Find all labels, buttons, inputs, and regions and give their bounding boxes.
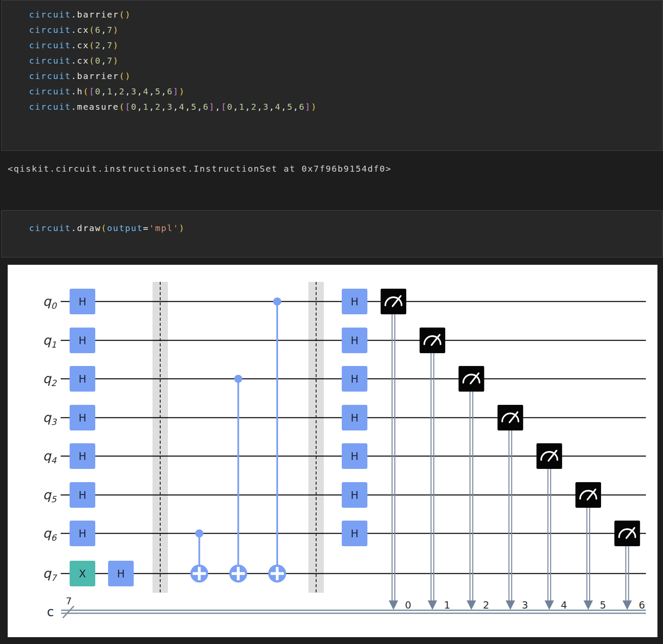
code-line: circuit.cx(0,7): [29, 53, 662, 68]
code-editor-1[interactable]: circuit.barrier()circuit.cx(6,7)circuit.…: [2, 0, 662, 114]
svg-text:H: H: [79, 335, 86, 347]
clbit-index-label: 5: [600, 600, 606, 611]
gate-column-1: HHHHHHHX: [70, 289, 95, 586]
qubit-label: q7: [43, 566, 57, 583]
code-line: circuit.barrier(): [29, 7, 662, 22]
creg-label: c: [47, 604, 54, 619]
svg-text:H: H: [79, 296, 86, 308]
clbit-index-label: 2: [483, 600, 489, 611]
code-line: circuit.h([0,1,2,3,4,5,6]): [29, 84, 662, 99]
svg-text:H: H: [351, 528, 358, 540]
cx-control-dot: [273, 298, 281, 306]
svg-text:H: H: [79, 412, 86, 424]
clbit-index-label: 3: [522, 600, 528, 611]
execution-result-text: <qiskit.circuit.instructionset.Instructi…: [8, 161, 392, 176]
svg-text:H: H: [351, 451, 358, 463]
qubit-label: q6: [43, 526, 57, 543]
cx-control-dot: [195, 530, 203, 538]
cx-control-dot: [234, 375, 242, 383]
measure-arrow: [545, 600, 554, 610]
measure-box: [381, 289, 406, 314]
measure-box: [537, 443, 562, 469]
code-line: circuit.cx(2,7): [29, 38, 662, 53]
svg-text:H: H: [351, 412, 358, 424]
clbit-index-label: 0: [405, 600, 411, 611]
clbit-index-label: 6: [639, 600, 645, 611]
creg-size-label: 7: [66, 596, 72, 606]
svg-text:H: H: [351, 489, 358, 501]
measure-box: [575, 482, 601, 508]
measure-arrow: [466, 600, 476, 610]
measure-arrow: [584, 600, 593, 610]
code-line: circuit.cx(6,7): [29, 22, 662, 38]
qubit-label: q3: [43, 410, 57, 427]
measure-box: [420, 328, 445, 353]
measure-arrow: [428, 600, 437, 610]
svg-text:H: H: [117, 568, 125, 580]
svg-text:H: H: [351, 296, 358, 308]
measure-box: [498, 405, 523, 430]
code-line: circuit.measure([0,1,2,3,4,5,6],[0,1,2,3…: [29, 99, 662, 114]
measure-box: [458, 366, 484, 392]
measure-arrow: [506, 600, 515, 610]
qubit-label: q5: [43, 487, 57, 504]
circuit-figure-output: HHHHHHHXHHHHHHHH0123456q0q1q2q3q4q5q6q7c…: [8, 265, 657, 637]
code-editor-2[interactable]: circuit.draw(output='mpl'): [2, 211, 662, 236]
gate-column-2: H: [108, 561, 134, 586]
svg-text:H: H: [351, 335, 358, 347]
svg-text:X: X: [79, 568, 86, 580]
classical-wire: [61, 606, 646, 618]
qubit-label: q1: [43, 333, 56, 350]
clbit-index-label: 4: [561, 600, 567, 611]
code-line: circuit.draw(output='mpl'): [29, 220, 662, 236]
code-cell-2[interactable]: circuit.draw(output='mpl'): [1, 210, 663, 258]
measure-arrow: [622, 600, 632, 610]
measure-arrow: [389, 600, 398, 610]
svg-text:H: H: [79, 451, 86, 463]
measure-box: [614, 521, 640, 546]
code-line: circuit.barrier(): [29, 68, 662, 84]
qubit-label: q2: [43, 371, 57, 388]
clbit-index-label: 1: [444, 600, 450, 611]
svg-text:H: H: [79, 373, 86, 385]
quantum-circuit-diagram: HHHHHHHXHHHHHHHH0123456q0q1q2q3q4q5q6q7c…: [8, 265, 657, 637]
notebook-page: circuit.barrier()circuit.cx(6,7)circuit.…: [0, 0, 663, 644]
code-cell-1[interactable]: circuit.barrier()circuit.cx(6,7)circuit.…: [1, 0, 663, 151]
svg-text:H: H: [79, 528, 86, 540]
svg-text:H: H: [351, 373, 358, 385]
measure-gates: 0123456: [381, 289, 645, 611]
qubit-label: q4: [43, 448, 57, 465]
hadamard-column-2: HHHHHHH: [342, 289, 367, 546]
svg-text:H: H: [79, 489, 86, 501]
qubit-label: q0: [43, 294, 57, 311]
